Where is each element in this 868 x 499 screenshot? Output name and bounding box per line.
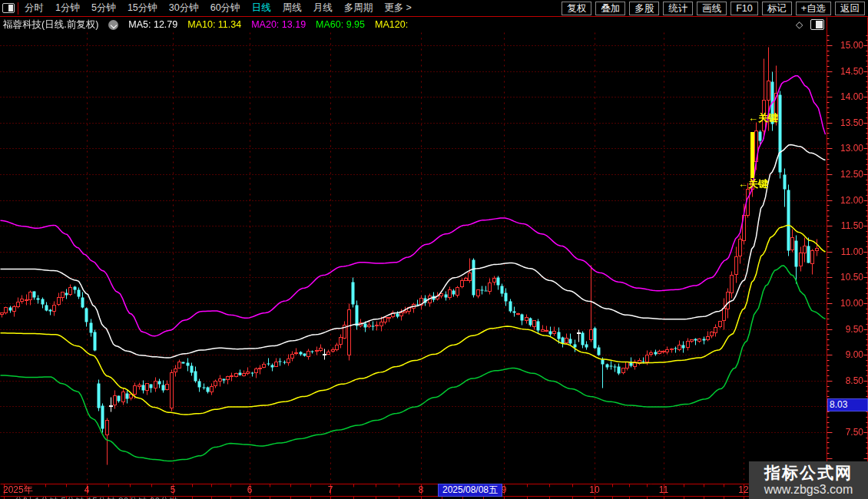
- period-item[interactable]: 更多 >: [384, 2, 412, 15]
- ma-value: MA20: 13.19: [251, 19, 306, 30]
- period-item[interactable]: 1分钟: [55, 2, 80, 15]
- y-axis-label: 12.00: [831, 195, 863, 206]
- period-item[interactable]: 月线: [313, 2, 333, 15]
- y-axis-label: 7.50: [831, 427, 863, 438]
- period-item[interactable]: 5分钟: [91, 2, 116, 15]
- period-item[interactable]: 多周期: [344, 2, 373, 15]
- y-axis-label: 11.00: [831, 246, 863, 257]
- x-axis-label: 10: [589, 484, 599, 495]
- period-item[interactable]: 60分钟: [210, 2, 240, 15]
- toolbar-button[interactable]: +自选: [796, 2, 831, 15]
- toolbar-button[interactable]: 多股: [629, 2, 659, 15]
- period-item[interactable]: 分时: [25, 2, 44, 15]
- diamond-icon[interactable]: ◇: [796, 19, 803, 30]
- y-axis-label: 8.50: [831, 375, 863, 386]
- clipped-next-toolbar: 分时 1分钟 5分钟 15分钟 30分钟 60分钟: [14, 495, 398, 499]
- y-axis-label: 9.50: [831, 324, 863, 335]
- x-axis-label: 6: [247, 484, 253, 495]
- period-tabs: 分时1分钟5分钟15分钟30分钟60分钟日线周线月线多周期更多 >: [25, 2, 412, 15]
- period-item[interactable]: 周线: [283, 2, 302, 15]
- y-axis-label: 14.50: [831, 66, 863, 77]
- ma-value: MA60: 9.95: [316, 19, 365, 30]
- y-axis-label: 13.50: [831, 117, 863, 128]
- y-axis-label: 13.00: [831, 143, 863, 154]
- x-axis-label: 8: [419, 484, 424, 495]
- y-axis-label: 10.50: [831, 272, 863, 283]
- watermark-title: 指标公式网: [764, 464, 853, 482]
- period-item[interactable]: 15分钟: [128, 2, 157, 15]
- infobar: 福蓉科技(日线.前复权) MA5: 12.79MA10: 11.34MA20: …: [0, 17, 828, 32]
- toolbar-button[interactable]: 标记: [762, 2, 792, 15]
- x-axis-label: 11: [659, 484, 668, 495]
- annotation-text: ←关键: [738, 177, 768, 191]
- price-crosshair-marker: 8.03: [827, 398, 868, 411]
- panel-layout-icon[interactable]: [810, 19, 824, 30]
- y-axis-label: 9.00: [831, 349, 863, 360]
- ma-value: MA5: 12.79: [128, 19, 177, 30]
- y-axis-label: 10.00: [831, 298, 863, 309]
- toolbar-button[interactable]: 画线: [697, 2, 727, 15]
- chevron-down-icon[interactable]: [108, 20, 118, 30]
- y-axis-label: 11.50: [831, 220, 863, 231]
- window-layout-icon[interactable]: [2, 3, 15, 13]
- x-axis-label: 7: [328, 484, 333, 495]
- ma-legend: MA5: 12.79MA10: 11.34MA20: 13.19MA60: 9.…: [128, 19, 408, 30]
- y-axis-label: 14.00: [831, 91, 863, 102]
- watermark-url: www.zbgs3.com: [764, 482, 853, 497]
- period-item[interactable]: 日线: [252, 2, 271, 15]
- toolbar-button[interactable]: 复权: [562, 2, 591, 15]
- watermark: 指标公式网 www.zbgs3.com: [749, 461, 868, 499]
- stock-chart-window: 分时1分钟5分钟15分钟30分钟60分钟日线周线月线多周期更多 > 复权叠加多股…: [0, 0, 868, 499]
- y-axis-label: 15.00: [831, 40, 863, 51]
- ma-value: MA10: 11.34: [187, 19, 241, 30]
- y-axis-label: 12.50: [831, 169, 863, 180]
- annotation-text: ←关键: [748, 111, 778, 125]
- toolbar-buttons: 复权叠加多股统计画线F10标记+自选返回: [562, 2, 865, 15]
- toolbar-button[interactable]: 返回: [835, 2, 865, 15]
- x-axis-label: 12: [738, 484, 748, 495]
- toolbar-button[interactable]: 统计: [663, 2, 693, 15]
- titlebar-separator: [18, 2, 18, 15]
- period-item[interactable]: 30分钟: [169, 2, 199, 15]
- highlight-bar: [750, 132, 754, 178]
- date-crosshair-marker: 2025/08/08五: [438, 484, 502, 497]
- stock-title: 福蓉科技(日线.前复权): [3, 18, 98, 31]
- toolbar-button[interactable]: 叠加: [595, 2, 625, 15]
- chart-canvas[interactable]: [0, 0, 868, 499]
- titlebar: 分时1分钟5分钟15分钟30分钟60分钟日线周线月线多周期更多 > 复权叠加多股…: [0, 0, 868, 17]
- ma-value: MA120:: [375, 19, 408, 30]
- x-axis-label: 2025年: [3, 484, 33, 495]
- x-axis-label: 4: [84, 484, 90, 495]
- toolbar-button[interactable]: F10: [731, 2, 758, 15]
- x-axis-label: 5: [171, 484, 176, 495]
